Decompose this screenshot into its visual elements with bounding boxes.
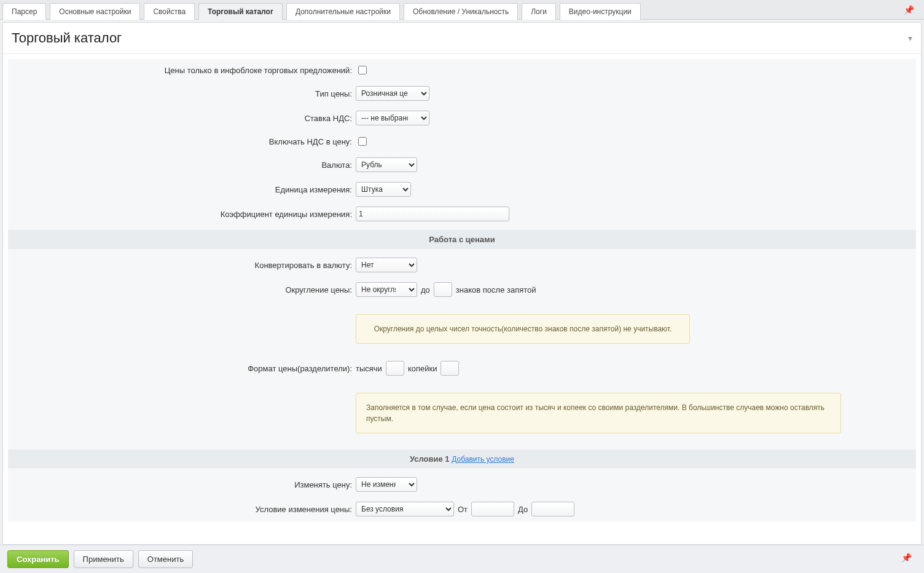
label-currency: Валюта: (8, 160, 356, 170)
link-add-condition[interactable]: Добавить условие (452, 455, 514, 464)
note-rounding: Округления до целых чисел точность(колич… (356, 314, 690, 344)
label-from: От (458, 505, 468, 514)
select-currency[interactable]: Рубль (356, 157, 417, 172)
section-condition: Условие 1 Добавить условие (8, 449, 916, 468)
select-convert-currency[interactable]: Нет (356, 258, 417, 272)
select-vat-rate[interactable]: --- не выбрано --- (356, 111, 429, 125)
tab-parser[interactable]: Парсер (2, 3, 46, 20)
label-change-condition: Условие изменения цены: (8, 505, 356, 514)
input-unit-coef[interactable] (356, 207, 509, 221)
label-thousands: тысячи (356, 364, 382, 373)
condition-title: Условие 1 (410, 454, 450, 464)
label-price-type: Тип цены: (8, 89, 356, 98)
panel-header: Торговый каталог ▾ (3, 23, 921, 54)
section-prices: Работа с ценами (8, 230, 916, 249)
label-to: До (518, 505, 528, 514)
tab-video[interactable]: Видео-инструкции (560, 3, 641, 20)
footer: Сохранить Применить Отменить 📌 (0, 545, 924, 573)
label-round-after: знаков после запятой (456, 285, 536, 294)
select-change-condition[interactable]: Без условия (356, 502, 454, 516)
input-round-digits[interactable] (434, 282, 452, 297)
tab-catalog[interactable]: Торговый каталог (198, 3, 283, 20)
footer-pin-icon[interactable]: 📌 (895, 553, 918, 563)
tab-extra-settings[interactable]: Дополнительные настройки (286, 3, 400, 20)
select-price-type[interactable]: Розничная цена (356, 86, 429, 101)
label-vat-rate: Ставка НДС: (8, 114, 356, 123)
label-kopeks: копейки (408, 364, 437, 373)
label-include-vat: Включать НДС в цену: (8, 137, 356, 146)
label-change-price: Изменять цену: (8, 480, 356, 489)
checkbox-prices-only-offers[interactable] (358, 66, 367, 74)
tab-logs[interactable]: Логи (522, 3, 556, 20)
label-round-to: до (421, 285, 430, 294)
input-kopeks-separator[interactable] (440, 361, 459, 376)
tabs-bar: Парсер Основные настройки Свойства Торго… (0, 0, 924, 20)
label-convert-currency: Конвертировать в валюту: (8, 261, 356, 270)
tab-properties[interactable]: Свойства (144, 3, 195, 20)
tab-update[interactable]: Обновление / Уникальность (404, 3, 518, 20)
form-area: Цены только в инфоблоке торговых предлож… (8, 59, 916, 521)
cancel-button[interactable]: Отменить (138, 550, 193, 568)
collapse-icon[interactable]: ▾ (908, 33, 912, 43)
apply-button[interactable]: Применить (74, 550, 133, 568)
checkbox-include-vat[interactable] (358, 137, 367, 146)
label-price-format: Формат цены(разделители): (8, 364, 356, 373)
save-button[interactable]: Сохранить (7, 550, 69, 568)
label-round-price: Округление цены: (8, 285, 356, 294)
label-unit: Единица измерения: (8, 185, 356, 194)
note-format: Заполняется в том случае, если цена сост… (356, 393, 841, 433)
select-round-price[interactable]: Не округлять (356, 282, 417, 297)
label-prices-only-offers: Цены только в инфоблоке торговых предлож… (8, 66, 356, 75)
input-to[interactable] (531, 502, 574, 516)
select-unit[interactable]: Штука (356, 182, 411, 197)
panel: Торговый каталог ▾ Цены только в инфобло… (2, 22, 922, 545)
input-from[interactable] (471, 502, 514, 516)
tab-main-settings[interactable]: Основные настройки (50, 3, 140, 20)
pin-icon[interactable]: 📌 (898, 5, 920, 15)
select-change-price[interactable]: Не изменять (356, 477, 417, 492)
label-unit-coef: Коэффициент единицы измерения: (8, 210, 356, 219)
input-thousands-separator[interactable] (386, 361, 404, 376)
page-title: Торговый каталог (12, 30, 122, 46)
